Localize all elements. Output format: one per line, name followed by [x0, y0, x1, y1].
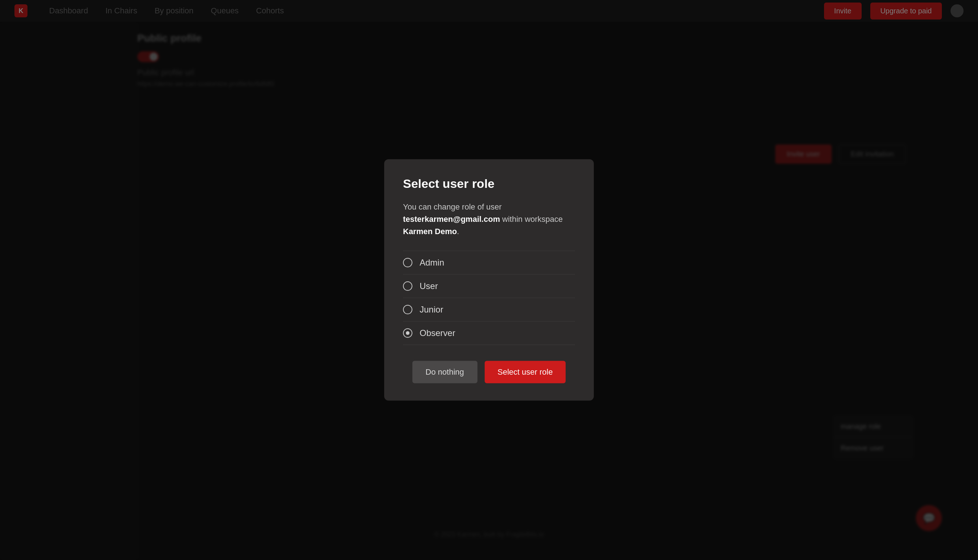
- role-radio-list: Admin User Junior Observer: [403, 251, 575, 345]
- modal-desc-suffix: .: [457, 227, 459, 236]
- radio-circle-user: [403, 282, 412, 291]
- radio-item-user[interactable]: User: [403, 275, 575, 298]
- radio-item-junior[interactable]: Junior: [403, 298, 575, 322]
- modal-workspace-name: Karmen Demo: [403, 227, 457, 236]
- modal-desc-mid: within workspace: [500, 215, 563, 223]
- radio-label-admin: Admin: [420, 258, 444, 268]
- radio-label-user: User: [420, 281, 438, 291]
- radio-circle-observer: [403, 328, 412, 338]
- modal-description: You can change role of user testerkarmen…: [403, 201, 575, 238]
- modal-desc-prefix: You can change role of user: [403, 202, 502, 212]
- radio-label-junior: Junior: [420, 305, 443, 315]
- radio-item-observer[interactable]: Observer: [403, 322, 575, 345]
- radio-item-admin[interactable]: Admin: [403, 251, 575, 275]
- radio-circle-junior: [403, 305, 412, 314]
- select-role-modal: Select user role You can change role of …: [384, 159, 594, 401]
- radio-circle-admin: [403, 258, 412, 267]
- radio-label-observer: Observer: [420, 328, 456, 338]
- confirm-select-role-button[interactable]: Select user role: [485, 361, 566, 383]
- modal-user-email: testerkarmen@gmail.com: [403, 215, 500, 223]
- modal-actions: Do nothing Select user role: [403, 361, 575, 383]
- cancel-button[interactable]: Do nothing: [412, 361, 477, 383]
- modal-title: Select user role: [403, 177, 575, 191]
